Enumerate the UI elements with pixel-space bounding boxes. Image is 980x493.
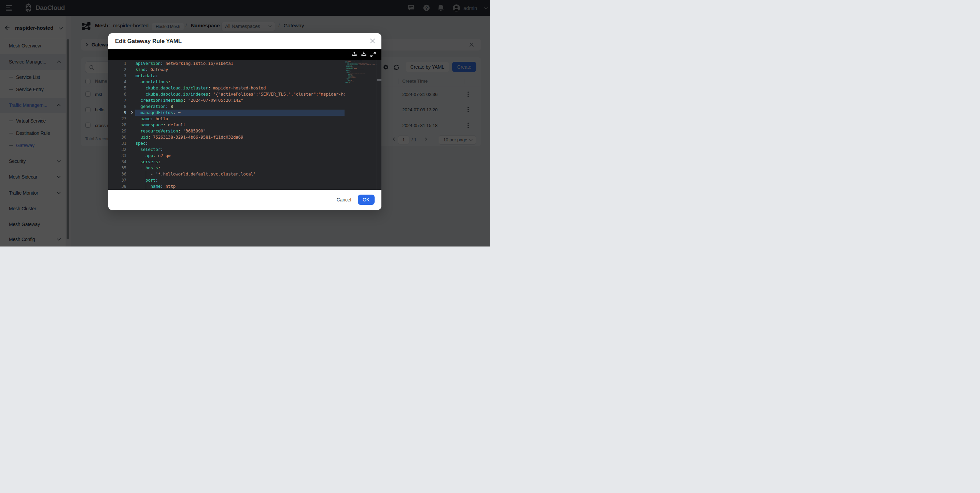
fullscreen-icon[interactable] xyxy=(370,51,376,58)
code-line-35[interactable]: 35 - hosts: xyxy=(108,165,345,171)
code-line-6[interactable]: 6 ckube.daocloud.io/indexes: '{"activePo… xyxy=(108,91,345,97)
code-text: spec: xyxy=(135,140,345,146)
code-text: uid: 75263138-3291-4b66-9581-f11dc032da6… xyxy=(135,134,345,140)
code-text: - '*.helloworld.default.svc.cluster.loca… xyxy=(135,171,345,177)
code-line-27[interactable]: 27 name: hello xyxy=(108,116,345,122)
code-text: generation: 8 xyxy=(135,103,345,110)
line-number: 36 xyxy=(108,171,126,177)
download-icon[interactable] xyxy=(361,51,367,58)
dialog-close-icon[interactable] xyxy=(369,38,376,45)
line-number: 33 xyxy=(108,153,126,159)
code-text: ckube.daocloud.io/cluster: mspider-hoste… xyxy=(135,85,345,91)
editor-toolbar xyxy=(108,49,382,60)
dialog-footer: Cancel OK xyxy=(108,190,382,210)
code-text: name: hello xyxy=(135,116,345,122)
code-line-38[interactable]: 38 name: http xyxy=(108,183,345,189)
code-text: ckube.daocloud.io/indexes: '{"activePoli… xyxy=(135,91,345,97)
line-number: 1 xyxy=(108,60,126,67)
code-text: namespace: default xyxy=(135,122,345,128)
code-text: app: n2-gw xyxy=(135,153,345,159)
code-line-8[interactable]: 8 generation: 8 xyxy=(108,103,345,110)
code-text: kind: Gateway xyxy=(135,67,345,73)
code-line-34[interactable]: 34 servers: xyxy=(108,159,345,165)
code-line-2[interactable]: 2kind: Gateway xyxy=(108,67,345,73)
code-line-31[interactable]: 31spec: xyxy=(108,140,345,146)
line-number: 37 xyxy=(108,177,126,183)
line-number: 31 xyxy=(108,140,126,146)
editor-minimap[interactable]: apiVersion: networking.istio.io/v1beta1k… xyxy=(345,61,377,189)
line-number: 35 xyxy=(108,165,126,171)
code-text: port: xyxy=(135,177,345,183)
yaml-editor[interactable]: 1apiVersion: networking.istio.io/v1beta1… xyxy=(108,60,382,190)
code-line-29[interactable]: 29 resourceVersion: "3685990" xyxy=(108,128,345,134)
line-number: 32 xyxy=(108,146,126,153)
line-number: 7 xyxy=(108,97,126,103)
code-line-37[interactable]: 37 port: xyxy=(108,177,345,183)
code-line-9[interactable]: 9 managedFields: ⋯ xyxy=(108,110,345,116)
editor-scrollbar[interactable] xyxy=(377,60,382,190)
code-line-28[interactable]: 28 namespace: default xyxy=(108,122,345,128)
fold-arrow-icon[interactable] xyxy=(130,111,134,115)
dialog-title: Edit Gateway Rule YAML xyxy=(115,38,182,45)
line-number: 28 xyxy=(108,122,126,128)
code-line-32[interactable]: 32 selector: xyxy=(108,146,345,153)
line-number: 27 xyxy=(108,116,126,122)
code-text: selector: xyxy=(135,146,345,153)
line-number: 5 xyxy=(108,85,126,91)
code-text: name: http xyxy=(135,183,345,189)
code-text: metadata: xyxy=(135,73,345,79)
ok-button[interactable]: OK xyxy=(358,195,375,205)
code-line-3[interactable]: 3metadata: xyxy=(108,73,345,79)
minimap-line: status: {} xyxy=(345,82,377,83)
line-number: 9 xyxy=(108,110,126,116)
line-number: 29 xyxy=(108,128,126,134)
line-number: 4 xyxy=(108,79,126,85)
code-text: resourceVersion: "3685990" xyxy=(135,128,345,134)
code-line-30[interactable]: 30 uid: 75263138-3291-4b66-9581-f11dc032… xyxy=(108,134,345,140)
cancel-button[interactable]: Cancel xyxy=(334,195,354,205)
line-number: 2 xyxy=(108,67,126,73)
line-number: 6 xyxy=(108,91,126,97)
code-text: annotations: xyxy=(135,79,345,85)
line-number: 3 xyxy=(108,73,126,79)
code-text: creationTimestamp: "2024-07-09T05:20:14Z… xyxy=(135,97,345,103)
code-text: apiVersion: networking.istio.io/v1beta1 xyxy=(135,60,345,67)
code-line-4[interactable]: 4 annotations: xyxy=(108,79,345,85)
code-text: servers: xyxy=(135,159,345,165)
line-number: 38 xyxy=(108,183,126,189)
code-text: managedFields: ⋯ xyxy=(135,110,345,116)
code-line-5[interactable]: 5 ckube.daocloud.io/cluster: mspider-hos… xyxy=(108,85,345,91)
line-number: 30 xyxy=(108,134,126,140)
code-line-33[interactable]: 33 app: n2-gw xyxy=(108,153,345,159)
code-line-1[interactable]: 1apiVersion: networking.istio.io/v1beta1 xyxy=(108,60,345,67)
line-number: 8 xyxy=(108,103,126,110)
code-line-36[interactable]: 36 - '*.helloworld.default.svc.cluster.l… xyxy=(108,171,345,177)
edit-yaml-dialog: Edit Gateway Rule YAML 1apiVersion: netw… xyxy=(108,33,382,210)
upload-icon[interactable] xyxy=(351,51,358,58)
code-text: - hosts: xyxy=(135,165,345,171)
code-line-7[interactable]: 7 creationTimestamp: "2024-07-09T05:20:1… xyxy=(108,97,345,103)
line-number: 34 xyxy=(108,159,126,165)
